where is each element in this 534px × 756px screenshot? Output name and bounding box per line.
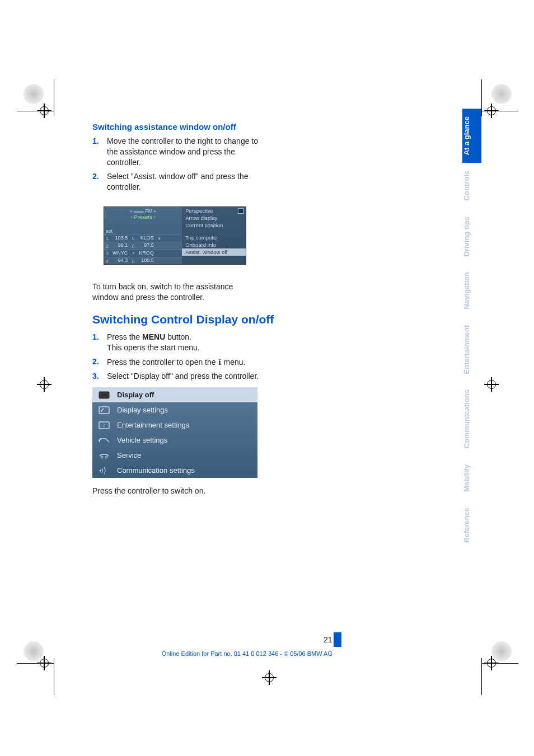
tab-communications[interactable]: Communications [462,382,481,456]
svg-point-6 [100,469,101,471]
page-number-bar [334,632,341,647]
assist-step-2: Select "Assist. window off" and press th… [92,171,260,192]
entertainment-settings-icon: ♫ [98,421,110,430]
vehicle-settings-icon [98,436,110,445]
display-settings-icon [98,406,110,415]
section-tabs: At a glance Controls Driving tips Naviga… [462,109,481,551]
heading-control-display: Switching Control Display on/off [92,313,350,326]
tab-navigation[interactable]: Navigation [462,264,481,317]
svg-point-5 [105,456,107,458]
svg-point-4 [101,456,103,458]
assist-steps: Move the controller to the right to chan… [92,136,260,192]
display-step-2: Press the controller to open the i menu. [92,356,260,368]
display-off-icon [98,391,110,400]
tab-reference[interactable]: Reference [462,500,481,551]
display-steps: Press the MENU button. This opens the st… [92,332,260,382]
svg-text:♫: ♫ [102,423,106,428]
page-content: Switching assistance window on/off Move … [92,122,350,503]
display-step-3: Select "Display off" and press the contr… [92,371,260,382]
info-i-icon: i [218,356,221,368]
heading-assist-window: Switching assistance window on/off [92,122,350,132]
tab-mobility[interactable]: Mobility [462,457,481,500]
service-icon [98,451,110,460]
assist-step-1: Move the controller to the right to chan… [92,136,260,168]
assist-window-screenshot: ◂ ▬▬ FM ▸ ‹ Presets › set Perspective Ar… [92,198,257,274]
svg-rect-1 [99,407,109,414]
tab-entertainment[interactable]: Entertainment [462,317,481,382]
assist-note: To turn back on, switch to the assistanc… [92,281,260,303]
page-number: 21 [324,635,332,644]
svg-rect-0 [99,392,109,398]
display-step-1: Press the MENU button. This opens the st… [92,332,260,353]
tab-at-a-glance[interactable]: At a glance [462,109,481,163]
communication-settings-icon [98,466,110,475]
tab-driving-tips[interactable]: Driving tips [462,209,481,265]
footer-copyright: Online Edition for Part no. 01 41 0 012 … [97,650,332,657]
tab-controls[interactable]: Controls [462,163,481,208]
display-note: Press the controller to switch on. [92,486,260,496]
display-off-screenshot: Display off Display settings ♫ Entertain… [92,387,257,478]
